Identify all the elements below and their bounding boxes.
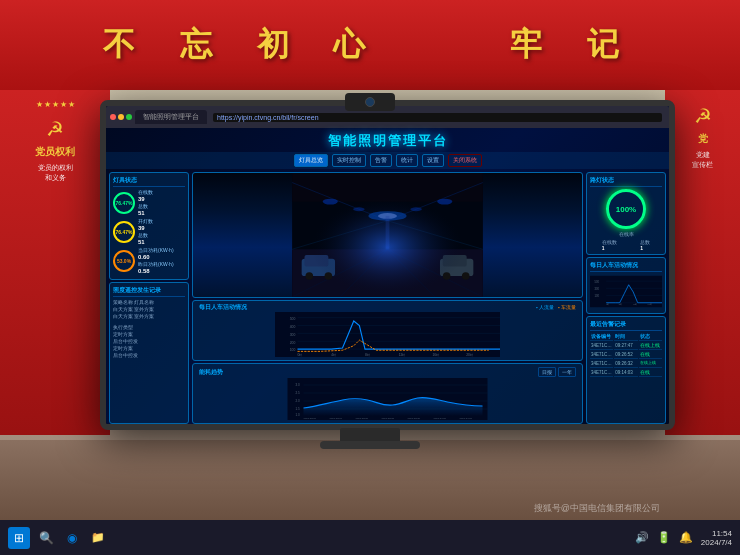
gauge-2-total: 51 — [138, 239, 153, 245]
gauge-3-val: 0.60 — [138, 254, 174, 260]
svg-text:2024.06/22: 2024.06/22 — [304, 417, 317, 420]
edge-icon[interactable]: ◉ — [62, 528, 82, 548]
right-poster: ☭ 党 党建宣传栏 — [665, 90, 740, 435]
alarm-table-title: 最近告警记录 — [590, 320, 662, 331]
watermark: 搜狐号@中国电信集团有限公司 — [534, 502, 660, 515]
minimize-btn[interactable] — [118, 114, 124, 120]
gauge-row-1: 76.47% 在线数 39 总数 51 — [113, 189, 185, 216]
right-poster-content: 党建宣传栏 — [692, 150, 713, 170]
nav-item-settings[interactable]: 设置 — [422, 154, 444, 167]
energy-chart-title: 能耗趋势 — [199, 369, 223, 376]
alarm-row-3: 34E71CB724AA 09:26:32 在线上线 — [590, 360, 662, 368]
maximize-btn[interactable] — [126, 114, 132, 120]
energy-svg: 3.0 2.5 2.0 1.5 1.0 — [195, 378, 580, 420]
activity-chart-section: 每日人车活动情况 ▪ 人流量 ▪ 车流量 — [192, 300, 583, 361]
browser-url[interactable]: https://yipin.ctvng.cn/bll/fr/screen — [213, 113, 662, 122]
gauge-4-val: 0.58 — [138, 268, 174, 274]
chart-buttons: 日报 一年 — [538, 367, 576, 377]
gauge-circle-2: 76.47% — [113, 221, 135, 243]
notification-icon[interactable]: 🔔 — [679, 531, 693, 544]
road-light-title: 路灯状态 — [590, 176, 662, 187]
gauge-circle-3: 53.0% — [113, 250, 135, 272]
nav-item-control[interactable]: 实时控制 — [332, 154, 366, 167]
gauge-2-info: 开灯数 39 总数 51 — [138, 218, 153, 245]
alarm-content: 策略名称 灯具名称 白天方案 室外方案 白天方案 室外方案 执行类型 定时方案 … — [113, 299, 185, 360]
gauge-3-label: 当日功耗(KW·h) — [138, 247, 174, 253]
svg-text:1.5: 1.5 — [296, 407, 301, 411]
battery-icon: 🔋 — [657, 531, 671, 544]
svg-text:100: 100 — [595, 294, 600, 298]
svg-text:200: 200 — [290, 341, 296, 345]
browser-dots — [110, 114, 132, 120]
alarm-table-header: 设备编号 时间 状态 — [590, 333, 662, 341]
left-poster-title: 党员权利 — [35, 145, 75, 159]
alarm-section-left: 照度遥控发生记录 策略名称 灯具名称 白天方案 室外方案 白天方案 室外方案 执… — [109, 282, 189, 424]
nav-item-close[interactable]: 关闭系统 — [448, 154, 482, 167]
svg-text:4时: 4时 — [331, 353, 336, 357]
gauge-1-pct: 76.47% — [116, 200, 133, 206]
svg-text:400: 400 — [290, 325, 296, 329]
svg-text:300: 300 — [290, 333, 296, 337]
banner-text: 不 忘 初 心 牢 记 — [103, 23, 637, 67]
right-activity-svg: 500 300 100 0时 8时 16时 24时 — [590, 274, 662, 309]
nav-item-overview[interactable]: 灯具总览 — [294, 154, 328, 167]
activity-chart-title: 每日人车活动情况 — [199, 304, 247, 311]
svg-text:1.0: 1.0 — [296, 413, 301, 417]
svg-text:2.0: 2.0 — [296, 399, 301, 403]
gauge-1-info: 在线数 39 总数 51 — [138, 189, 153, 216]
alarm-row-4: 34E71CB724AA 09:14:03 在线 — [590, 369, 662, 377]
start-button[interactable]: ⊞ — [8, 527, 30, 549]
gauge-circle-1: 76.47% — [113, 192, 135, 214]
legend: ▪ 人流量 ▪ 车流量 — [536, 305, 576, 310]
gauge-3-info: 当日功耗(KW·h) 0.60 昨日功耗(KW·h) 0.58 — [138, 247, 174, 274]
parking-scene — [192, 172, 583, 298]
svg-text:500: 500 — [595, 280, 600, 284]
nav-item-alarm[interactable]: 告警 — [370, 154, 392, 167]
svg-text:3.0: 3.0 — [296, 383, 301, 387]
alarm-section-title: 照度遥控发生记录 — [113, 286, 185, 297]
search-icon[interactable]: 🔍 — [36, 528, 56, 548]
svg-rect-26 — [292, 173, 483, 297]
activity-svg: 500 400 300 200 100 0时 4时 8时 12时 16时 20时 — [195, 312, 580, 357]
date-display: 2024/7/4 — [701, 538, 732, 547]
taskbar-right: 🔊 🔋 🔔 11:54 2024/7/4 — [635, 529, 732, 547]
svg-text:8时: 8时 — [365, 353, 370, 357]
parking-svg — [193, 173, 582, 297]
tv-monitor: 智能照明管理平台 https://yipin.ctvng.cn/bll/fr/s… — [100, 100, 675, 430]
road-light-section: 路灯状态 100% 在线率 在线数 1 总数 1 — [586, 172, 666, 255]
tv-base — [320, 441, 420, 449]
browser-tab[interactable]: 智能照明管理平台 — [135, 110, 207, 124]
dashboard-title: 智能照明管理平台 — [106, 128, 669, 152]
alarm-row-1: 34E71CB724AA 09:27:47 在线上线 — [590, 342, 662, 350]
svg-text:300: 300 — [595, 287, 600, 291]
energy-chart-section: 能耗趋势 日报 一年 3.0 2.5 2.0 1.5 — [192, 363, 583, 424]
tv-screen: 智能照明管理平台 https://yipin.ctvng.cn/bll/fr/s… — [106, 106, 669, 424]
alarm-row-2: 34E71CB724AA 09:26:52 在线 — [590, 351, 662, 359]
activity-chart-header: 每日人车活动情况 ▪ 人流量 ▪ 车流量 — [195, 303, 580, 312]
alarm-table-section: 最近告警记录 设备编号 时间 状态 34E71CB724AA 09:27:47 … — [586, 316, 666, 424]
camera-lens — [365, 97, 375, 107]
chart-btn-year[interactable]: 一年 — [558, 367, 576, 377]
gauge-4-label: 昨日功耗(KW·h) — [138, 261, 174, 267]
close-btn[interactable] — [110, 114, 116, 120]
svg-text:500: 500 — [290, 317, 296, 321]
gauge-2-label: 开灯数 — [138, 218, 153, 224]
svg-text:0时: 0时 — [298, 353, 303, 357]
svg-text:2024.07/02: 2024.07/02 — [434, 417, 447, 420]
gauge-2-pct: 76.47% — [116, 229, 133, 235]
road-gauge-pct: 100% — [616, 205, 636, 214]
svg-text:2024.06/26: 2024.06/26 — [356, 417, 369, 420]
dashboard: 智能照明管理平台 https://yipin.ctvng.cn/bll/fr/s… — [106, 106, 669, 424]
volume-icon[interactable]: 🔊 — [635, 531, 649, 544]
svg-text:12时: 12时 — [399, 353, 406, 357]
stars-row-left: ★ ★ ★ ★ ★ — [36, 100, 75, 109]
gauge-2-total-label: 总数 — [138, 232, 153, 238]
right-panel: 路灯状态 100% 在线率 在线数 1 总数 1 — [586, 172, 666, 424]
left-panel: 灯具状态 76.47% 在线数 39 总数 51 — [109, 172, 189, 424]
file-explorer-icon[interactable]: 📁 — [88, 528, 108, 548]
nav-item-stats[interactable]: 统计 — [396, 154, 418, 167]
chart-btn-daily[interactable]: 日报 — [538, 367, 556, 377]
energy-chart-header: 能耗趋势 日报 一年 — [195, 366, 580, 378]
road-counts: 在线数 1 总数 1 — [590, 239, 662, 251]
dashboard-nav: 灯具总览 实时控制 告警 统计 设置 关闭系统 — [106, 152, 669, 169]
